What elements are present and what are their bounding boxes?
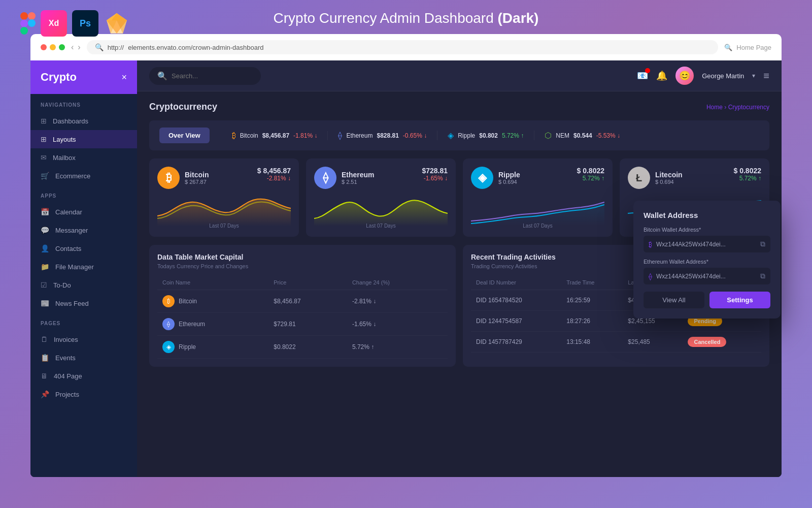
sidebar-item-ecommerce[interactable]: 🛒 Ecommerce [30, 167, 137, 185]
sidebar-close-button[interactable]: × [121, 72, 127, 83]
crypto-card-bitcoin: ₿ Bitcoin $ 267.87 $ 8,456.87 -2.81% ↓ [149, 158, 299, 237]
user-name[interactable]: George Martin [702, 72, 744, 80]
sketch-icon [104, 10, 130, 37]
sidebar-item-label: Layouts [53, 136, 76, 143]
settings-button[interactable]: Settings [709, 292, 770, 308]
ticker-item-nem: ⬡ NEM $0.544 -5.53% ↓ [534, 131, 630, 140]
col-change: Change 24 (%) [347, 275, 448, 290]
btc-wallet-address: Wxz144Ak25Wxi474dei... [656, 241, 756, 248]
sidebar-item-layouts[interactable]: ⊞ Layouts [30, 130, 137, 148]
layout-icon: ⊞ [41, 135, 47, 143]
crypto-card-ripple: ◈ Ripple $ 0.694 $ 0.8022 5.72% ↑ [463, 158, 613, 237]
eth-small-icon: ⟠ [162, 318, 175, 330]
view-all-button[interactable]: View All [644, 292, 704, 308]
browser-search-icon: 🔍 [724, 44, 732, 51]
bitcoin-coin-sub: $ 267.87 [185, 179, 209, 185]
sidebar-item-invoices[interactable]: 🗒 Invoices [30, 330, 137, 348]
topnav-right: 📧 🔔 😊 George Martin ▾ ≡ [637, 67, 769, 85]
ethereum-chart-label: Last 07 Days [366, 223, 395, 229]
ticker-change-nem: -5.53% ↓ [596, 132, 620, 139]
menu-icon[interactable]: ≡ [763, 70, 769, 82]
browser-dot-red[interactable] [41, 44, 47, 50]
topnav-search[interactable]: 🔍 [149, 67, 261, 85]
ethereum-prices: $728.81 -1.65% ↓ [422, 167, 448, 182]
sidebar-item-dashboards[interactable]: ⊞ Dashboards [30, 112, 137, 130]
ticker-price-eth: $828.81 [377, 132, 398, 139]
browser-chrome: ‹ › 🔍 http:// elements.envato.com/crown-… [30, 34, 782, 60]
cell-btc-name: ₿ Bitcoin [157, 290, 268, 313]
cell-deal-2: DID 1244754587 [471, 311, 561, 332]
search-icon: 🔍 [157, 71, 167, 81]
eth-copy-icon[interactable]: ⧉ [760, 272, 765, 280]
bitcoin-coin-name: Bitcoin [185, 171, 209, 179]
market-table-subtitle: Todays Currency Price and Changes [157, 263, 448, 269]
sidebar-item-file-manager[interactable]: 📁 File Manager [30, 258, 137, 276]
avatar: 😊 [675, 67, 694, 85]
eth-wallet-label: Ethereum Wallet Address* [644, 259, 770, 265]
sidebar-item-label: To-Do [53, 281, 71, 289]
sidebar-item-newsfeed[interactable]: 📰 News Feed [30, 294, 137, 312]
ticker-item-ethereum: ⟠ Ethereum $828.81 -0.65% ↓ [328, 131, 437, 140]
sidebar-item-label: Messanger [55, 227, 88, 234]
email-badge [645, 68, 650, 73]
invoice-icon: 🗒 [41, 335, 48, 343]
btc-copy-icon[interactable]: ⧉ [760, 240, 765, 248]
col-trade-time: Trade Time [561, 275, 623, 290]
sidebar-item-projects[interactable]: 📌 Projects [30, 385, 137, 403]
browser-back[interactable]: ‹ [71, 43, 74, 52]
sidebar: Crypto × NAVIGATIONS ⊞ Dashboards ⊞ Layo… [30, 60, 137, 477]
ethereum-chart: Last 07 Days [314, 193, 448, 229]
breadcrumb: Home › Cryptocurrency [706, 104, 769, 111]
sidebar-item-mailbox[interactable]: ✉ Mailbox [30, 148, 137, 167]
market-table: Data Table Market Capital Todays Currenc… [149, 245, 456, 367]
error-icon: 🖥 [41, 372, 48, 380]
bell-icon[interactable]: 🔔 [656, 70, 667, 81]
email-icon[interactable]: 📧 [637, 70, 648, 81]
browser-dot-yellow[interactable] [50, 44, 56, 50]
wallet-popup: Wallet Address Bitcoin Wallet Address* ₿… [633, 201, 781, 319]
browser-forward[interactable]: › [78, 43, 80, 52]
tool-icons: Xd Ps [20, 10, 130, 37]
cell-time-2: 18:27:26 [561, 311, 623, 332]
sidebar-item-todo[interactable]: ☑ To-Do [30, 276, 137, 294]
ethereum-coin-name: Ethereum [342, 171, 375, 179]
sidebar-item-messanger[interactable]: 💬 Messanger [30, 221, 137, 239]
sidebar-item-events[interactable]: 📋 Events [30, 348, 137, 367]
sidebar-item-contacts[interactable]: 👤 Contacts [30, 239, 137, 258]
card-top-eth: ⟠ Ethereum $ 2.51 $728.81 -1.65% ↓ [314, 167, 448, 189]
cart-icon: 🛒 [41, 172, 49, 180]
bitcoin-icon: ₿ [232, 131, 236, 140]
search-input[interactable] [172, 72, 253, 80]
svg-rect-2 [20, 20, 28, 27]
ripple-coin-name: Ripple [498, 171, 520, 179]
figma-icon [20, 12, 36, 35]
cell-deal-1: DID 1654784520 [471, 290, 561, 311]
ticker-overview[interactable]: Over View [159, 128, 210, 143]
cell-time-3: 13:15:48 [561, 332, 623, 353]
news-icon: 📰 [41, 299, 49, 307]
btc-field-icon: ₿ [649, 240, 652, 248]
ticker-name-xrp: Ripple [458, 132, 475, 139]
litecoin-change: 5.72% ↑ [734, 175, 762, 182]
sidebar-item-label: Ecommerce [55, 172, 90, 180]
card-coin-info-ltc: Ł Litecoin $ 0.694 [628, 167, 683, 189]
browser-homepage-label: Home Page [736, 44, 771, 51]
browser-url-bar[interactable]: 🔍 http:// elements.envato.com/crown-admi… [87, 40, 719, 54]
nem-icon: ⬡ [545, 131, 552, 140]
table-row: ⟠ Ethereum $729.81 -1.65% ↓ [157, 313, 448, 336]
user-dropdown-icon[interactable]: ▾ [752, 72, 755, 79]
ripple-chart: Last 07 Days [471, 193, 604, 229]
sidebar-item-404[interactable]: 🖥 404 Page [30, 367, 137, 385]
ripple-icon: ◈ [448, 131, 454, 140]
ticker-change-btc: -1.81% ↓ [293, 132, 317, 139]
ripple-coin-sub: $ 0.694 [498, 179, 520, 185]
wallet-actions: View All Settings [644, 292, 770, 308]
litecoin-main-price: $ 0.8022 [734, 167, 762, 175]
browser-dot-green[interactable] [59, 44, 65, 50]
crypto-card-ethereum: ⟠ Ethereum $ 2.51 $728.81 -1.65% ↓ [306, 158, 456, 237]
projects-icon: 📌 [41, 390, 49, 398]
cell-xrp-change: 5.72% ↑ [347, 336, 448, 359]
bitcoin-chart-label: Last 07 Days [209, 223, 239, 229]
cell-eth-change: -1.65% ↓ [347, 313, 448, 336]
sidebar-item-calendar[interactable]: 📅 Calendar [30, 203, 137, 221]
